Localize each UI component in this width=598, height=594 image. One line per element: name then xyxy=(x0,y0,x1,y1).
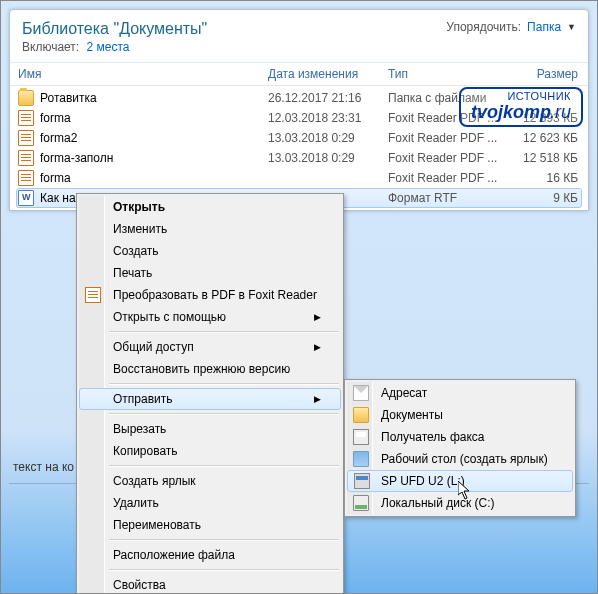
col-name[interactable]: Имя xyxy=(18,67,268,81)
sendto-item[interactable]: Рабочий стол (создать ярлык) xyxy=(347,448,573,470)
menu-separator xyxy=(109,569,339,571)
menu-item-label: Создать xyxy=(113,244,159,258)
file-date: 12.03.2018 23:31 xyxy=(268,111,388,125)
library-title: Библиотека "Документы" xyxy=(22,20,207,38)
file-row[interactable]: forma-заполн13.03.2018 0:29Foxit Reader … xyxy=(10,148,588,168)
menu-item[interactable]: Печать xyxy=(79,262,341,284)
menu-item[interactable]: Свойства xyxy=(79,574,341,594)
menu-item[interactable]: Копировать xyxy=(79,440,341,462)
sort-value[interactable]: Папка xyxy=(527,20,561,34)
menu-item[interactable]: Преобразовать в PDF в Foxit Reader xyxy=(79,284,341,306)
menu-item[interactable]: Восстановить прежнюю версию xyxy=(79,358,341,380)
library-includes: Включает: 2 места xyxy=(22,40,207,54)
sendto-item-label: Получатель факса xyxy=(381,430,485,444)
submenu-arrow-icon: ▶ xyxy=(314,312,321,322)
sendto-item[interactable]: Локальный диск (C:) xyxy=(347,492,573,514)
file-size: 16 КБ xyxy=(508,171,578,185)
menu-item[interactable]: Общий доступ▶ xyxy=(79,336,341,358)
library-header: Библиотека "Документы" Включает: 2 места… xyxy=(10,10,588,63)
context-menu[interactable]: ОткрытьИзменитьСоздатьПечатьПреобразоват… xyxy=(76,193,344,594)
menu-item[interactable]: Отправить▶ xyxy=(79,388,341,410)
menu-item[interactable]: Удалить xyxy=(79,492,341,514)
menu-separator xyxy=(109,465,339,467)
menu-item[interactable]: Открыть с помощью▶ xyxy=(79,306,341,328)
menu-item-label: Переименовать xyxy=(113,518,201,532)
includes-link[interactable]: 2 места xyxy=(87,40,130,54)
file-name: forma xyxy=(40,171,71,185)
menu-item[interactable]: Открыть xyxy=(79,196,341,218)
col-size[interactable]: Размер xyxy=(508,67,578,81)
desk-icon xyxy=(353,451,369,467)
pdf-icon xyxy=(18,170,34,186)
disk-icon xyxy=(353,495,369,511)
doc-icon xyxy=(18,190,34,206)
sendto-item-label: Документы xyxy=(381,408,443,422)
pdf-icon xyxy=(85,287,101,303)
source-watermark: ИСТОЧНИК tvojkomp.ru xyxy=(459,87,583,127)
sendto-item-label: Адресат xyxy=(381,386,427,400)
file-size: 12 623 КБ xyxy=(508,131,578,145)
usb-icon xyxy=(354,473,370,489)
sendto-item[interactable]: Адресат xyxy=(347,382,573,404)
menu-item-label: Общий доступ xyxy=(113,340,194,354)
menu-item-label: Расположение файла xyxy=(113,548,235,562)
submenu-arrow-icon: ▶ xyxy=(314,394,321,404)
file-name: forma xyxy=(40,111,71,125)
menu-item-label: Удалить xyxy=(113,496,159,510)
file-date: 13.03.2018 0:29 xyxy=(268,151,388,165)
menu-item-label: Вырезать xyxy=(113,422,166,436)
includes-label: Включает: xyxy=(22,40,79,54)
menu-separator xyxy=(109,383,339,385)
pdf-icon xyxy=(18,110,34,126)
chevron-down-icon: ▼ xyxy=(567,22,576,32)
menu-separator xyxy=(109,539,339,541)
sendto-item-label: Локальный диск (C:) xyxy=(381,496,495,510)
file-row[interactable]: forma213.03.2018 0:29Foxit Reader PDF ..… xyxy=(10,128,588,148)
menu-item-label: Изменить xyxy=(113,222,167,236)
menu-item-label: Открыть с помощью xyxy=(113,310,226,324)
truncated-text: текст на ко xyxy=(13,460,74,474)
file-name: Ротавитка xyxy=(40,91,97,105)
menu-item-label: Открыть xyxy=(113,200,165,214)
col-date[interactable]: Дата изменения xyxy=(268,67,388,81)
watermark-line2: tvojkomp.ru xyxy=(471,103,571,122)
mail-icon xyxy=(353,385,369,401)
pdf-icon xyxy=(18,150,34,166)
file-row[interactable]: formaFoxit Reader PDF ...16 КБ xyxy=(10,168,588,188)
file-name: forma-заполн xyxy=(40,151,113,165)
menu-item[interactable]: Расположение файла xyxy=(79,544,341,566)
sendto-item-label: Рабочий стол (создать ярлык) xyxy=(381,452,548,466)
column-headers: Имя Дата изменения Тип Размер xyxy=(10,63,588,86)
menu-item-label: Отправить xyxy=(113,392,173,406)
sort-label: Упорядочить: xyxy=(446,20,521,34)
pdf-icon xyxy=(18,130,34,146)
send-to-submenu[interactable]: АдресатДокументыПолучатель факсаРабочий … xyxy=(344,379,576,517)
menu-item-label: Преобразовать в PDF в Foxit Reader xyxy=(113,288,317,302)
menu-item[interactable]: Создать xyxy=(79,240,341,262)
menu-item-label: Свойства xyxy=(113,578,166,592)
menu-item-label: Создать ярлык xyxy=(113,474,196,488)
menu-separator xyxy=(109,413,339,415)
sort-control[interactable]: Упорядочить: Папка ▼ xyxy=(446,20,576,34)
submenu-arrow-icon: ▶ xyxy=(314,342,321,352)
file-size: 12 518 КБ xyxy=(508,151,578,165)
file-date: 13.03.2018 0:29 xyxy=(268,131,388,145)
sendto-item[interactable]: Получатель факса xyxy=(347,426,573,448)
file-date: 26.12.2017 21:16 xyxy=(268,91,388,105)
menu-item-label: Восстановить прежнюю версию xyxy=(113,362,290,376)
menu-item[interactable]: Переименовать xyxy=(79,514,341,536)
menu-item-label: Копировать xyxy=(113,444,178,458)
file-name: Как на xyxy=(40,191,76,205)
col-type[interactable]: Тип xyxy=(388,67,508,81)
folder-icon xyxy=(18,90,34,106)
menu-item[interactable]: Вырезать xyxy=(79,418,341,440)
file-name: forma2 xyxy=(40,131,77,145)
menu-item[interactable]: Изменить xyxy=(79,218,341,240)
menu-separator xyxy=(109,331,339,333)
menu-item[interactable]: Создать ярлык xyxy=(79,470,341,492)
menu-item-label: Печать xyxy=(113,266,152,280)
sendto-item[interactable]: SP UFD U2 (L:) xyxy=(347,470,573,492)
file-type: Формат RTF xyxy=(388,191,508,205)
file-type: Foxit Reader PDF ... xyxy=(388,171,508,185)
sendto-item[interactable]: Документы xyxy=(347,404,573,426)
